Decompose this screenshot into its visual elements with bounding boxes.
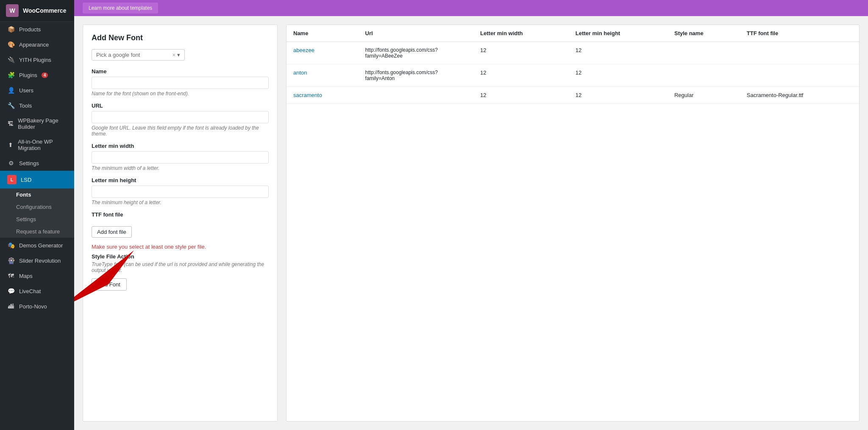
sidebar-item-tools[interactable]: 🔧 Tools (0, 98, 74, 113)
submenu-item-configurations[interactable]: Configurations (0, 201, 74, 213)
col-url: Url (359, 25, 474, 42)
cell-ttf-font-file (740, 42, 859, 64)
lsd-icon: L (7, 175, 17, 184)
yith-icon: 🔌 (7, 56, 15, 63)
sidebar-item-lsd[interactable]: L LSD (0, 171, 74, 189)
cell-letter-min-width: 12 (473, 42, 569, 64)
demos-icon: 🎭 (7, 242, 15, 249)
slider-icon: 🎡 (7, 257, 15, 264)
letter-min-height-label: Letter min height (92, 177, 269, 183)
col-ttf-font-file: TTF font file (740, 25, 859, 42)
letter-min-height-group: Letter min height The minimum height of … (92, 177, 269, 205)
cell-font-url: http://fonts.googleapis.com/css?family=A… (359, 64, 474, 87)
name-field-group: Name Name for the font (shown on the fro… (92, 68, 269, 97)
settings-icon: ⚙ (7, 160, 15, 166)
col-style-name: Style name (668, 25, 740, 42)
sidebar-item-settings[interactable]: ⚙ Settings (0, 155, 74, 171)
url-label: URL (92, 103, 269, 109)
url-input[interactable] (92, 111, 269, 123)
table-header-row: Name Url Letter min width Letter min hei… (287, 25, 859, 42)
sidebar-item-maps[interactable]: 🗺 Maps (0, 268, 74, 283)
sidebar-item-wpbakery[interactable]: 🏗 WPBakery Page Builder (0, 113, 74, 134)
table-row: antonhttp://fonts.googleapis.com/css?fam… (287, 64, 859, 87)
font-name-link[interactable]: sacramento (293, 92, 322, 98)
letter-min-width-group: Letter min width The minimum width of a … (92, 143, 269, 171)
col-letter-min-width: Letter min width (473, 25, 569, 42)
sidebar-item-livechat[interactable]: 💬 LiveChat (0, 283, 74, 299)
plugins-badge: 4 (42, 72, 48, 78)
google-font-arrow-icon: ▾ (177, 52, 180, 58)
submenu-item-settings[interactable]: Settings (0, 213, 74, 225)
products-icon: 📦 (7, 26, 15, 33)
submenu-item-fonts[interactable]: Fonts (0, 189, 74, 201)
sidebar-item-tools-label: Tools (19, 103, 32, 109)
sidebar-item-appearance[interactable]: 🎨 Appearance (0, 37, 74, 52)
woocommerce-icon: W (6, 4, 19, 17)
content-area: Add New Font Pick a google font × ▾ Name… (74, 16, 868, 430)
url-field-group: URL Google font URL. Leave this field em… (92, 103, 269, 137)
appearance-icon: 🎨 (7, 41, 15, 48)
sidebar-item-yith[interactable]: 🔌 YITH Plugins (0, 52, 74, 67)
cell-letter-min-height: 12 (569, 87, 668, 104)
sidebar-item-allinone-label: All-in-One WP Migration (18, 139, 68, 151)
fonts-table-panel: Name Url Letter min width Letter min hei… (286, 25, 860, 422)
add-font-button[interactable]: Add Font (92, 278, 127, 291)
letter-min-width-hint: The minimum width of a letter. (92, 165, 269, 171)
letter-min-height-input[interactable] (92, 186, 269, 198)
topbar: Learn more about templates (74, 0, 868, 16)
plugins-icon: 🧩 (7, 72, 15, 78)
lsd-submenu: Fonts Configurations Settings Request a … (0, 189, 74, 238)
sidebar-logo: W WooCommerce (0, 0, 74, 22)
name-hint: Name for the font (shown on the front-en… (92, 91, 269, 97)
style-file-description: TrueType font (can be used if the url is… (92, 261, 269, 273)
ttf-font-file-group: TTF font file Add font file (92, 211, 269, 238)
sidebar-item-users-label: Users (19, 87, 33, 94)
google-font-dropdown[interactable]: Pick a google font × ▾ (92, 49, 185, 61)
sidebar-item-wpbakery-label: WPBakery Page Builder (18, 117, 68, 130)
cell-font-name: sacramento (287, 87, 359, 104)
google-font-clear-icon[interactable]: × (172, 52, 175, 58)
letter-min-width-input[interactable] (92, 151, 269, 164)
submenu-item-request-feature[interactable]: Request a feature (0, 225, 74, 238)
ttf-font-file-label: TTF font file (92, 211, 269, 218)
cell-font-name: anton (287, 64, 359, 87)
sidebar-logo-text: WooCommerce (23, 7, 66, 14)
porto-novo-icon: 🏙 (7, 303, 15, 310)
font-name-link[interactable]: anton (293, 69, 307, 76)
font-name-link[interactable]: abeezee (293, 47, 314, 53)
add-font-panel: Add New Font Pick a google font × ▾ Name… (83, 25, 278, 422)
add-font-title: Add New Font (92, 33, 269, 42)
sidebar-item-demos-label: Demos Generator (19, 242, 63, 249)
sidebar-item-products-label: Products (19, 26, 41, 33)
learn-more-button[interactable]: Learn more about templates (83, 3, 158, 14)
name-input[interactable] (92, 77, 269, 89)
sidebar-item-maps-label: Maps (19, 273, 33, 279)
table-row: sacramento1212RegularSacramento-Regular.… (287, 87, 859, 104)
add-font-file-button[interactable]: Add font file (92, 226, 132, 238)
sidebar-item-allinone[interactable]: ⬆ All-in-One WP Migration (0, 134, 74, 155)
sidebar-item-products[interactable]: 📦 Products (0, 22, 74, 37)
sidebar-item-users[interactable]: 👤 Users (0, 83, 74, 98)
cell-letter-min-height: 12 (569, 64, 668, 87)
livechat-icon: 💬 (7, 288, 15, 294)
sidebar-item-porto-novo-label: Porto-Novo (19, 303, 47, 310)
users-icon: 👤 (7, 87, 15, 94)
cell-style-name: Regular (668, 87, 740, 104)
sidebar-item-plugins[interactable]: 🧩 Plugins 4 (0, 67, 74, 83)
allinone-icon: ⬆ (7, 141, 14, 148)
sidebar-item-porto-novo[interactable]: 🏙 Porto-Novo (0, 299, 74, 314)
cell-style-name (668, 42, 740, 64)
cell-ttf-font-file (740, 64, 859, 87)
name-label: Name (92, 68, 269, 75)
sidebar-item-lsd-label: LSD (21, 177, 31, 183)
main-content: Learn more about templates Add New Font … (74, 0, 868, 430)
sidebar-item-demos-generator[interactable]: 🎭 Demos Generator (0, 238, 74, 253)
table-row: abeezeehttp://fonts.googleapis.com/css?f… (287, 42, 859, 64)
cell-font-url (359, 87, 474, 104)
letter-min-height-hint: The minimum height of a letter. (92, 200, 269, 205)
sidebar-item-slider-revolution[interactable]: 🎡 Slider Revolution (0, 253, 74, 268)
col-name: Name (287, 25, 359, 42)
maps-icon: 🗺 (7, 272, 15, 279)
sidebar-item-settings-label: Settings (19, 160, 39, 166)
letter-min-width-label: Letter min width (92, 143, 269, 149)
